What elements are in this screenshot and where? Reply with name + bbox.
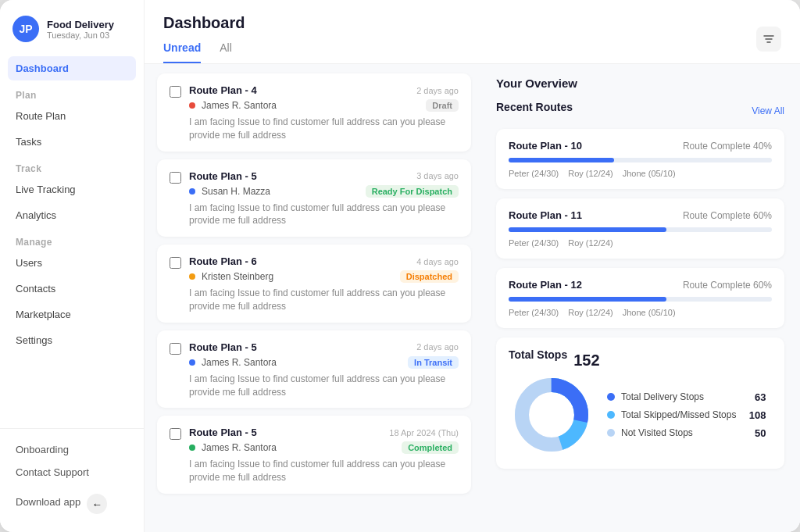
message-checkbox[interactable]: [170, 86, 181, 98]
nav-section-manage: Manage: [8, 229, 136, 251]
page-title: Dashboard: [163, 14, 245, 32]
svg-point-4: [531, 395, 572, 435]
message-card-top: Route Plan - 4 2 days ago: [189, 84, 459, 96]
route-persons: Peter (24/30)Roy (12/24): [509, 238, 772, 248]
message-route: Route Plan - 5: [189, 341, 257, 353]
message-meta: James R. Santora In Transit: [189, 356, 459, 369]
donut-chart: [509, 372, 595, 458]
route-person: Jhone (05/10): [623, 169, 676, 178]
sidebar-contact-support[interactable]: Contact Support: [8, 461, 136, 484]
route-cards: Route Plan - 10 Route Complete 40% Peter…: [496, 129, 784, 328]
route-complete: Route Complete 60%: [683, 210, 772, 221]
message-time: 18 Apr 2024 (Thu): [389, 428, 459, 437]
main-content: Dashboard Unread All Route Plan - 4 2 da…: [145, 0, 800, 532]
route-card: Route Plan - 10 Route Complete 40% Peter…: [496, 129, 784, 189]
message-meta: James R. Santora Completed: [189, 441, 459, 454]
message-time: 2 days ago: [416, 342, 459, 352]
message-card-top: Route Plan - 5 2 days ago: [189, 341, 459, 353]
sidebar-item-dashboard[interactable]: Dashboard: [8, 56, 136, 80]
total-stops-section: Total Stops 152: [496, 337, 784, 469]
status-dot: [189, 359, 195, 366]
total-stops-count: 152: [573, 352, 599, 370]
message-body: I am facing Issue to find customer full …: [189, 116, 459, 142]
message-card[interactable]: Route Plan - 5 2 days ago James R. Santo…: [157, 330, 471, 409]
message-card[interactable]: Route Plan - 6 4 days ago Kristen Steinb…: [157, 245, 471, 323]
route-persons: Peter (24/30)Roy (12/24)Jhone (05/10): [509, 169, 772, 178]
progress-bar: [509, 297, 772, 302]
progress-fill: [509, 227, 666, 232]
sidebar-item-analytics[interactable]: Analytics: [8, 203, 136, 227]
view-all-link[interactable]: View All: [752, 105, 784, 116]
route-card-top: Route Plan - 12 Route Complete 60%: [509, 279, 772, 291]
main-tabs: Unread All: [163, 41, 245, 63]
legend: Total Delivery Stops 63 Total Skipped/Mi…: [607, 391, 766, 439]
message-card[interactable]: Route Plan - 5 3 days ago Susan H. Mazza…: [157, 159, 471, 237]
message-card[interactable]: Route Plan - 4 2 days ago James R. Santo…: [157, 73, 471, 152]
route-card: Route Plan - 11 Route Complete 60% Peter…: [496, 198, 784, 259]
route-person: Jhone (05/10): [623, 308, 676, 317]
message-time: 2 days ago: [416, 86, 459, 95]
message-list: Route Plan - 4 2 days ago James R. Santo…: [145, 64, 480, 532]
route-person: Peter (24/30): [509, 169, 559, 178]
route-person: Roy (12/24): [568, 238, 612, 248]
message-route: Route Plan - 5: [189, 170, 257, 182]
tab-all[interactable]: All: [220, 41, 232, 63]
sidebar-item-contacts[interactable]: Contacts: [8, 277, 136, 301]
message-checkbox[interactable]: [170, 343, 181, 355]
route-person: Roy (12/24): [568, 169, 612, 178]
legend-dot: [607, 429, 615, 437]
message-meta: Susan H. Mazza Ready For Dispatch: [189, 185, 459, 198]
sidebar-download-app[interactable]: Download app ←: [8, 484, 136, 520]
status-badge: Completed: [402, 441, 459, 454]
message-meta: Kristen Steinberg Dispatched: [189, 270, 459, 283]
legend-value: 50: [742, 427, 766, 439]
message-person: James R. Santora: [202, 357, 277, 368]
collapse-button[interactable]: ←: [87, 494, 107, 514]
message-card-content: Route Plan - 6 4 days ago Kristen Steinb…: [189, 255, 459, 313]
message-card-top: Route Plan - 5 3 days ago: [189, 170, 459, 182]
message-body: I am facing Issue to find customer full …: [189, 458, 459, 484]
route-name: Route Plan - 12: [509, 279, 582, 291]
right-panel: Your Overview Recent Routes View All Rou…: [480, 64, 800, 532]
status-dot: [189, 188, 195, 195]
legend-dot: [607, 393, 615, 401]
nav-section-track: Track: [8, 155, 136, 177]
legend-dot: [607, 411, 615, 419]
message-card-top: Route Plan - 6 4 days ago: [189, 255, 459, 267]
sidebar-item-users[interactable]: Users: [8, 251, 136, 275]
filter-button[interactable]: [756, 27, 781, 52]
progress-fill: [509, 158, 614, 162]
message-person: Kristen Steinberg: [202, 271, 273, 282]
tab-unread[interactable]: Unread: [163, 41, 201, 63]
sidebar-item-tasks[interactable]: Tasks: [8, 130, 136, 154]
sidebar-item-settings[interactable]: Settings: [8, 328, 136, 352]
route-complete: Route Complete 60%: [683, 280, 772, 291]
message-body: I am facing Issue to find customer full …: [189, 287, 459, 313]
company-name: Food Delivery: [47, 19, 114, 30]
route-card-top: Route Plan - 10 Route Complete 40%: [509, 140, 772, 152]
legend-item: Total Delivery Stops 63: [607, 391, 766, 403]
message-card[interactable]: Route Plan - 5 18 Apr 2024 (Thu) James R…: [157, 416, 471, 494]
message-route: Route Plan - 4: [189, 84, 257, 96]
overview-header: Your Overview: [496, 77, 784, 90]
sidebar-item-live-tracking[interactable]: Live Tracking: [8, 177, 136, 202]
message-person: James R. Santora: [202, 100, 277, 111]
status-dot: [189, 273, 195, 280]
avatar: JP: [12, 16, 39, 42]
company-date: Tuesday, Jun 03: [47, 30, 114, 40]
message-checkbox[interactable]: [170, 172, 181, 184]
status-dot: [189, 445, 195, 451]
message-checkbox[interactable]: [170, 428, 181, 440]
sidebar-onboarding[interactable]: Onboarding: [8, 438, 136, 461]
status-badge: In Transit: [408, 356, 459, 369]
route-name: Route Plan - 11: [509, 209, 582, 221]
message-checkbox[interactable]: [170, 257, 181, 269]
message-card-content: Route Plan - 5 18 Apr 2024 (Thu) James R…: [189, 427, 459, 484]
sidebar-item-marketplace[interactable]: Marketplace: [8, 302, 136, 327]
sidebar-item-route-plan[interactable]: Route Plan: [8, 104, 136, 128]
message-card-content: Route Plan - 5 3 days ago Susan H. Mazza…: [189, 170, 459, 228]
message-person: Susan H. Mazza: [202, 186, 270, 197]
legend-label: Total Skipped/Missed Stops: [621, 409, 736, 420]
route-person: Peter (24/30): [509, 238, 559, 248]
sidebar-header: JP Food Delivery Tuesday, Jun 03: [0, 16, 144, 56]
